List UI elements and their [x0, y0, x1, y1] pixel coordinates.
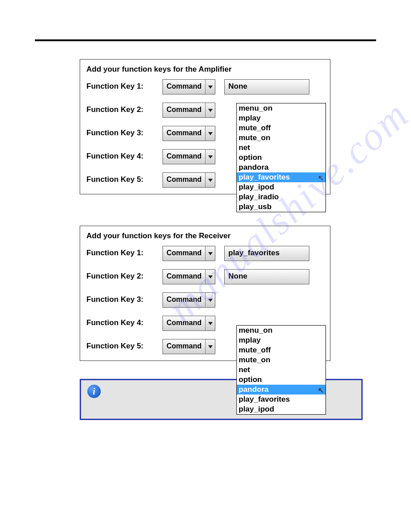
list-option[interactable]: net: [237, 365, 325, 375]
list-option[interactable]: option: [237, 153, 325, 163]
chevron-down-icon: [208, 179, 213, 182]
fk1-dropdown-text: Command: [163, 80, 205, 94]
r-fk2-dropdown[interactable]: Command: [163, 269, 215, 284]
list-option[interactable]: play_usb: [237, 202, 325, 212]
fk1-dropdown[interactable]: Command: [163, 79, 215, 94]
receiver-options-listbox[interactable]: menu_onmplaymute_offmute_onnetoptionpand…: [236, 325, 326, 415]
list-option[interactable]: option: [237, 375, 325, 385]
fk5-label: Function Key 5:: [86, 172, 163, 184]
r-fk4-label: Function Key 4:: [86, 316, 163, 327]
fk5-dropdown[interactable]: Command: [163, 172, 215, 188]
fk4-label: Function Key 4:: [86, 149, 163, 161]
list-option[interactable]: mute_on: [237, 355, 325, 365]
r-fk4-dropdown[interactable]: Command: [163, 316, 215, 331]
fk1-value[interactable]: None: [224, 79, 309, 94]
r-fk3-dropdown[interactable]: Command: [163, 292, 215, 308]
r-fk5-label: Function Key 5:: [86, 339, 163, 351]
panel-receiver-title: Add your function keys for the Receiver: [86, 232, 324, 240]
r-fk3-row: Function Key 3: Command: [86, 292, 324, 308]
chevron-down-icon: [208, 252, 213, 255]
r-fk5-dropdown[interactable]: Command: [163, 339, 215, 354]
chevron-down-icon: [208, 275, 213, 279]
list-option[interactable]: menu_on: [237, 326, 325, 335]
chevron-down-icon: [208, 155, 213, 159]
cursor-icon: ↖: [318, 386, 324, 395]
top-rule: [35, 39, 376, 41]
r-fk1-row: Function Key 1: Command play_favorites: [86, 246, 324, 261]
info-icon: i: [87, 385, 101, 398]
fk3-label: Function Key 3:: [86, 126, 163, 137]
chevron-down-icon: [208, 345, 213, 348]
list-option[interactable]: mute_off: [237, 345, 325, 355]
list-option[interactable]: play_iradio: [237, 192, 325, 202]
amplifier-options-listbox[interactable]: menu_onmplaymute_offmute_onnetoptionpand…: [236, 103, 326, 212]
list-option[interactable]: play_ipod: [237, 404, 325, 414]
fk1-dropdown-button[interactable]: [205, 80, 215, 94]
r-fk1-dropdown[interactable]: Command: [163, 246, 215, 261]
chevron-down-icon: [208, 299, 213, 302]
fk3-dropdown[interactable]: Command: [163, 126, 215, 141]
list-option[interactable]: mute_on: [237, 133, 325, 143]
list-option[interactable]: play_ipod: [237, 182, 325, 192]
fk1-row: Function Key 1: Command None: [86, 79, 324, 94]
fk4-dropdown[interactable]: Command: [163, 149, 215, 164]
panel-amplifier-title: Add your function keys for the Amplifier: [86, 65, 324, 74]
r-fk2-value[interactable]: None: [224, 269, 309, 284]
chevron-down-icon: [208, 86, 213, 89]
r-fk1-value[interactable]: play_favorites: [224, 246, 309, 261]
fk2-label: Function Key 2:: [86, 103, 163, 114]
fk1-label: Function Key 1:: [86, 79, 163, 91]
list-option[interactable]: pandora↖: [237, 385, 325, 395]
r-fk3-label: Function Key 3:: [86, 292, 163, 304]
r-fk1-label: Function Key 1:: [86, 246, 163, 257]
chevron-down-icon: [208, 109, 213, 112]
list-option[interactable]: mplay: [237, 113, 325, 123]
list-option[interactable]: menu_on: [237, 103, 325, 113]
chevron-down-icon: [208, 132, 213, 135]
fk2-dropdown[interactable]: Command: [163, 103, 215, 118]
cursor-icon: ↖: [318, 173, 324, 183]
list-option[interactable]: play_favorites: [237, 395, 325, 404]
chevron-down-icon: [208, 322, 213, 325]
r-fk2-row: Function Key 2: Command None: [86, 269, 324, 284]
list-option[interactable]: play_favorites↖: [237, 172, 325, 182]
list-option[interactable]: mplay: [237, 335, 325, 345]
list-option[interactable]: net: [237, 143, 325, 153]
list-option[interactable]: mute_off: [237, 123, 325, 133]
r-fk2-label: Function Key 2:: [86, 269, 163, 281]
list-option[interactable]: pandora: [237, 163, 325, 172]
